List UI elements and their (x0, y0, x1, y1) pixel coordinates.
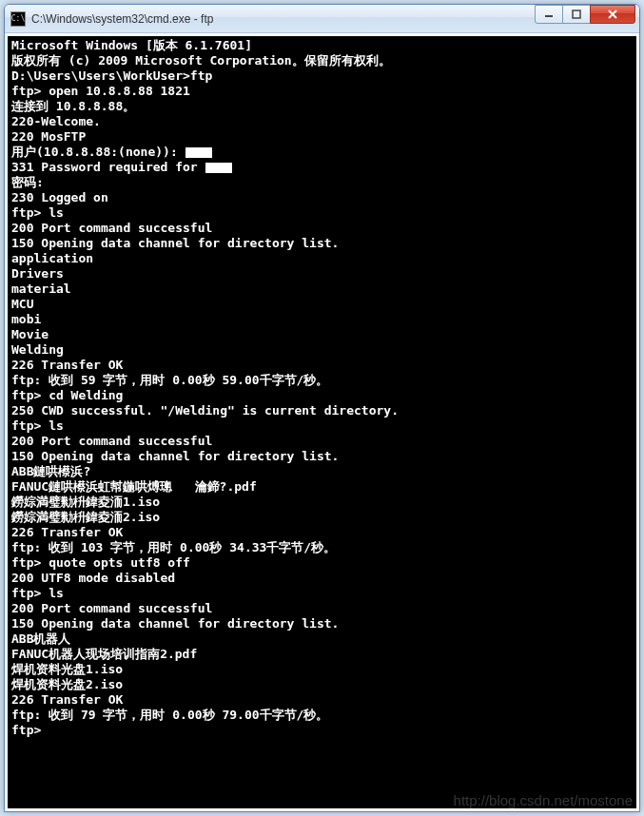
terminal-line: 226 Transfer OK (11, 358, 633, 373)
terminal-line: ftp> (11, 723, 633, 738)
terminal-line: 226 Transfer OK (11, 525, 633, 540)
terminal-line: 鐒婃満璧勬枡鍏夌洏2.iso (11, 510, 633, 525)
terminal-line: 连接到 10.8.8.88。 (11, 99, 633, 114)
terminal-line: 焊机资料光盘1.iso (11, 662, 633, 677)
terminal-line: mobi (11, 312, 633, 327)
close-icon (607, 9, 618, 20)
terminal-line: material (11, 282, 633, 297)
terminal-line: 密码: (11, 175, 633, 190)
terminal-line: 版权所有 (c) 2009 Microsoft Corporation。保留所有… (11, 53, 633, 68)
terminal-line: ABB鏈哄櫒浜? (11, 464, 633, 479)
maximize-icon (572, 10, 581, 19)
terminal-line: 150 Opening data channel for directory l… (11, 236, 633, 251)
terminal-line: ftp> ls (11, 586, 633, 601)
terminal-line: Microsoft Windows [版本 6.1.7601] (11, 38, 633, 53)
terminal-line: FANUC鏈哄櫒浜虹幇鍦哄煿璁 瀹鍗?.pdf (11, 479, 633, 495)
terminal-line: Drivers (11, 266, 633, 282)
terminal-line: 焊机资料光盘2.iso (11, 677, 633, 692)
terminal-line: application (11, 251, 633, 266)
window-controls (536, 5, 635, 24)
minimize-icon (544, 10, 554, 19)
terminal-line: ftp> ls (11, 205, 633, 221)
terminal-line: 150 Opening data channel for directory l… (11, 616, 633, 631)
terminal-line: MCU (11, 297, 633, 312)
redacted-text (205, 163, 232, 173)
terminal-line: Welding (11, 342, 633, 358)
terminal-client-area: Microsoft Windows [版本 6.1.7601]版权所有 (c) … (5, 33, 639, 811)
terminal-line: D:\Users\Users\WorkUser>ftp (11, 68, 633, 84)
terminal-line: ftp: 收到 59 字节，用时 0.00秒 59.00千字节/秒。 (11, 373, 633, 388)
svg-rect-1 (573, 10, 580, 18)
terminal-line: ABB机器人 (11, 631, 633, 647)
terminal-line: ftp: 收到 103 字节，用时 0.00秒 34.33千字节/秒。 (11, 540, 633, 555)
terminal-line: 150 Opening data channel for directory l… (11, 449, 633, 464)
terminal-line: 200 Port command successful (11, 221, 633, 236)
terminal-line: 200 Port command successful (11, 601, 633, 616)
terminal-line: 331 Password required for (11, 160, 633, 175)
terminal-line: ftp> quote opts utf8 off (11, 555, 633, 571)
terminal-line: 220 MosFTP (11, 129, 633, 145)
redacted-text (185, 147, 212, 158)
titlebar[interactable]: C:\ C:\Windows\system32\cmd.exe - ftp (5, 5, 639, 33)
cmd-window: C:\ C:\Windows\system32\cmd.exe - ftp Mi… (4, 4, 640, 812)
terminal-line: 200 UTF8 mode disabled (11, 571, 633, 586)
terminal-line: 226 Transfer OK (11, 692, 633, 708)
terminal-line: 230 Logged on (11, 190, 633, 205)
close-button[interactable] (590, 5, 635, 24)
window-title: C:\Windows\system32\cmd.exe - ftp (31, 12, 536, 26)
terminal-line: Movie (11, 327, 633, 342)
minimize-button[interactable] (535, 5, 563, 24)
terminal-line: ftp> ls (11, 418, 633, 434)
terminal-line: ftp> cd Welding (11, 388, 633, 403)
terminal-line: ftp> open 10.8.8.88 1821 (11, 84, 633, 99)
terminal-line: 220-Welcome. (11, 114, 633, 129)
terminal-line: 200 Port command successful (11, 434, 633, 449)
terminal-line: FANUC机器人现场培训指南2.pdf (11, 647, 633, 662)
terminal-line: 用户(10.8.8.88:(none)): (11, 145, 633, 160)
terminal-line: 250 CWD successful. "/Welding" is curren… (11, 403, 633, 418)
terminal-line: 鐒婃満璧勬枡鍏夌洏1.iso (11, 495, 633, 510)
cmd-icon: C:\ (10, 11, 26, 27)
terminal-output[interactable]: Microsoft Windows [版本 6.1.7601]版权所有 (c) … (8, 36, 636, 808)
terminal-line: ftp: 收到 79 字节，用时 0.00秒 79.00千字节/秒。 (11, 708, 633, 723)
maximize-button[interactable] (562, 5, 591, 24)
